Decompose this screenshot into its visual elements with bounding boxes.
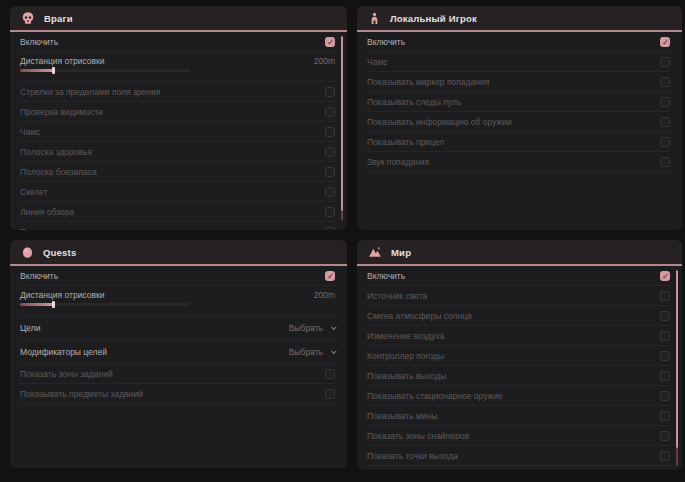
setting-row: Показывать следы пуль — [366, 92, 671, 112]
panel-quests: Quests Включить✓Дистанция отрисовки200mЦ… — [10, 240, 347, 468]
checkbox[interactable] — [660, 157, 670, 167]
panel-title: Локальный Игрок — [390, 13, 477, 24]
checkbox[interactable] — [325, 107, 335, 117]
checkbox[interactable]: ✓ — [325, 37, 335, 47]
sphere-icon — [21, 246, 34, 259]
scrollbar-thumb[interactable] — [676, 270, 678, 448]
setting-row: Показывать мины — [366, 406, 671, 426]
chevron-down-icon — [331, 348, 337, 354]
checkbox[interactable] — [660, 311, 670, 321]
setting-row: Показывать следы пуль — [19, 222, 336, 230]
setting-label: Линия обзора — [20, 207, 74, 217]
setting-label: Показывать следы пуль — [20, 227, 114, 231]
slider-value: 200m — [314, 290, 335, 300]
panel-header: Quests — [10, 240, 347, 266]
checkbox[interactable] — [325, 369, 335, 379]
checkbox[interactable] — [660, 451, 670, 461]
render-distance-slider[interactable] — [20, 303, 190, 306]
panel-body: Включить✓Дистанция отрисовки200mЦелиВыбр… — [10, 266, 347, 404]
panel-title: Враги — [44, 13, 73, 24]
dropdown-value: Выбрать — [289, 347, 323, 357]
slider-fill — [20, 69, 54, 72]
checkbox[interactable]: ✓ — [660, 37, 670, 47]
setting-row: ЦелиВыбрать — [19, 316, 336, 340]
scrollbar[interactable] — [676, 270, 678, 466]
setting-row: Изменение воздуха — [366, 326, 671, 346]
panel-body: Включить✓Источник светаСмена атмосферы с… — [357, 266, 682, 466]
slider-handle[interactable] — [52, 67, 55, 74]
setting-label: Полоска здоровья — [20, 147, 92, 157]
skull-icon — [21, 11, 35, 25]
panel-local-player: Локальный Игрок Включить✓ЧамсПоказывать … — [357, 6, 682, 230]
setting-label: Проверка видимости — [20, 107, 103, 117]
checkbox[interactable] — [325, 87, 335, 97]
checkbox[interactable] — [660, 117, 670, 127]
setting-label: Показывать следы пуль — [367, 97, 461, 107]
setting-label: Чамс — [367, 57, 388, 67]
setting-row: Показывать прицел — [366, 132, 671, 152]
scrollbar-thumb[interactable] — [341, 36, 343, 211]
checkbox[interactable] — [660, 57, 670, 67]
setting-row: Полоска боезапаса — [19, 162, 336, 182]
checkbox[interactable] — [325, 127, 335, 137]
setting-row: Дистанция отрисовки200m — [19, 286, 336, 316]
checkbox[interactable] — [660, 97, 670, 107]
setting-label: Изменение воздуха — [367, 331, 444, 341]
slider-fill — [20, 303, 54, 306]
setting-row: Показывать стационарное оружие — [366, 386, 671, 406]
setting-label: Стрелки за пределами поля зрения — [20, 87, 160, 97]
setting-label: Показывать прицел — [367, 137, 444, 147]
setting-label: Показать зоны заданий — [20, 369, 113, 379]
setting-row: Включить✓ — [366, 266, 671, 286]
setting-row: Показывать предметы заданий — [19, 384, 336, 404]
setting-label: Звук попадания — [367, 157, 429, 167]
setting-label: Смена атмосферы солнца — [367, 311, 472, 321]
setting-row: Полоска здоровья — [19, 142, 336, 162]
checkbox[interactable] — [325, 187, 335, 197]
panel-body: Включить✓Дистанция отрисовки200mСтрелки … — [10, 32, 347, 230]
setting-label: Дистанция отрисовки — [20, 56, 105, 66]
checkbox[interactable] — [325, 167, 335, 177]
checkbox[interactable] — [660, 431, 670, 441]
check-icon: ✓ — [662, 36, 669, 48]
setting-row: Включить✓ — [19, 266, 336, 286]
dropdown[interactable]: Выбрать — [289, 323, 335, 333]
setting-row: Показывать маркер попадания — [366, 72, 671, 92]
setting-row: Линия обзора — [19, 202, 336, 222]
scrollbar[interactable] — [341, 36, 343, 221]
render-distance-slider[interactable] — [20, 69, 190, 72]
checkbox[interactable] — [325, 227, 335, 231]
setting-label: Контроллер погоды — [367, 351, 444, 361]
checkbox[interactable] — [660, 351, 670, 361]
dropdown[interactable]: Выбрать — [289, 347, 335, 357]
setting-row: Дистанция отрисовки200m — [19, 52, 336, 82]
setting-label: Цели — [20, 323, 40, 333]
setting-label: Скелет — [20, 187, 48, 197]
checkbox[interactable] — [660, 291, 670, 301]
checkbox[interactable]: ✓ — [660, 271, 670, 281]
checkbox[interactable] — [660, 371, 670, 381]
setting-row: Звук попадания — [366, 152, 671, 172]
checkbox[interactable] — [660, 331, 670, 341]
checkbox[interactable] — [325, 147, 335, 157]
scrollbar-track — [676, 448, 678, 466]
checkbox[interactable] — [660, 77, 670, 87]
check-icon: ✓ — [327, 36, 334, 48]
checkbox[interactable]: ✓ — [325, 271, 335, 281]
checkbox[interactable] — [325, 389, 335, 399]
slider-handle[interactable] — [52, 301, 55, 308]
setting-row: Включить✓ — [19, 32, 336, 52]
checkbox[interactable] — [325, 207, 335, 217]
setting-row: Смена атмосферы солнца — [366, 306, 671, 326]
setting-label: Чамс — [20, 127, 41, 137]
setting-label: Источник света — [367, 291, 427, 301]
person-icon — [368, 12, 381, 25]
checkbox[interactable] — [660, 411, 670, 421]
setting-row: Источник света — [366, 286, 671, 306]
setting-row: Скелет — [19, 182, 336, 202]
setting-label: Полоска боезапаса — [20, 167, 97, 177]
checkbox[interactable] — [660, 391, 670, 401]
setting-label: Показывать маркер попадания — [367, 77, 489, 87]
setting-row: Чамс — [19, 122, 336, 142]
checkbox[interactable] — [660, 137, 670, 147]
